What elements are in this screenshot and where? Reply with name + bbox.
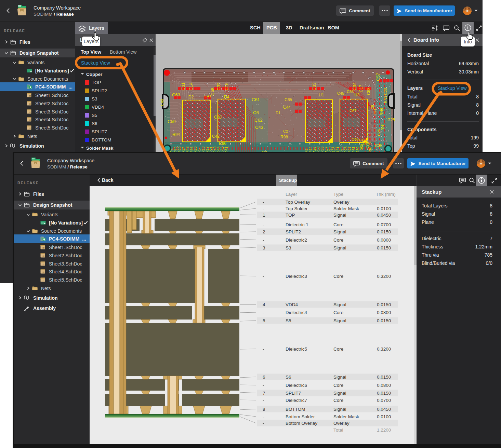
svg-text:6: 6 (263, 375, 265, 380)
svg-text:R94: R94 (172, 132, 180, 137)
svg-text:0.0800: 0.0800 (377, 383, 391, 388)
svg-text:C33: C33 (312, 82, 317, 91)
svg-text:0.0150: 0.0150 (377, 245, 391, 250)
svg-text:Core: Core (333, 310, 343, 315)
svg-text:C67: C67 (350, 109, 356, 113)
svg-text:-: - (263, 206, 264, 211)
svg-text:-: - (263, 421, 264, 426)
svg-text:C47: C47 (359, 138, 366, 142)
svg-text:Signal: Signal (333, 213, 346, 218)
svg-text:Core: Core (333, 398, 343, 403)
svg-text:D4: D4 (224, 95, 229, 99)
svg-text:Overlay: Overlay (333, 421, 350, 426)
svg-text:Signal: Signal (333, 245, 346, 250)
svg-text:-: - (263, 310, 264, 315)
svg-text:0.0700: 0.0700 (377, 398, 391, 403)
svg-text:7: 7 (263, 391, 265, 396)
svg-text:Dielectric2: Dielectric2 (286, 237, 307, 243)
svg-text:C65: C65 (285, 97, 292, 102)
svg-text:1.2200: 1.2200 (377, 427, 391, 433)
svg-text:C31: C31 (181, 82, 186, 91)
svg-text:Core: Core (333, 383, 343, 388)
svg-text:Core: Core (333, 237, 343, 243)
svg-text:C59: C59 (168, 119, 176, 124)
svg-text:-: - (263, 414, 264, 419)
svg-text:C66: C66 (347, 90, 354, 94)
svg-text:Bottom Solder: Bottom Solder (286, 414, 315, 419)
svg-text:-: - (263, 222, 264, 227)
svg-text:D1: D1 (276, 111, 280, 115)
svg-text:Dielectric6: Dielectric6 (286, 383, 307, 388)
svg-text:0.0150: 0.0150 (377, 318, 391, 323)
svg-text:0.0100: 0.0100 (377, 206, 391, 211)
svg-text:8: 8 (263, 407, 265, 412)
svg-text:4: 4 (263, 302, 265, 307)
svg-text:Top Solder: Top Solder (286, 206, 308, 211)
svg-text:U1: U1 (319, 93, 324, 97)
svg-text:Bottom Overlay: Bottom Overlay (286, 421, 317, 426)
svg-text:Dielectric5: Dielectric5 (286, 347, 307, 352)
svg-text:Dielectric3: Dielectric3 (286, 274, 307, 279)
svg-text:C41: C41 (205, 94, 211, 98)
svg-text:1: 1 (263, 213, 265, 218)
svg-text:C44: C44 (283, 105, 291, 110)
svg-text:Signal: Signal (333, 302, 346, 307)
svg-text:C26: C26 (377, 129, 381, 136)
svg-text:Solder Mask: Solder Mask (333, 206, 359, 211)
svg-text:RN2: RN2 (383, 96, 387, 103)
svg-text:0.0100: 0.0100 (377, 414, 391, 419)
svg-text:Core: Core (333, 222, 343, 227)
svg-text:0.0450: 0.0450 (377, 213, 391, 218)
svg-text:Total: Total (333, 427, 343, 433)
svg-text:D2: D2 (188, 95, 194, 99)
svg-text:0.3200: 0.3200 (377, 347, 391, 352)
svg-text:Top Overlay: Top Overlay (286, 200, 310, 205)
svg-text:C32: C32 (216, 82, 221, 91)
svg-text:C57: C57 (375, 73, 381, 81)
svg-text:C8: C8 (371, 105, 374, 109)
svg-text:Dielectric7: Dielectric7 (286, 398, 307, 403)
svg-text:-: - (263, 274, 264, 279)
svg-text:Core: Core (333, 347, 343, 352)
svg-text:R59: R59 (360, 144, 364, 150)
svg-text:Type: Type (333, 192, 343, 197)
svg-text:2: 2 (263, 229, 265, 234)
svg-text:Layer: Layer (286, 192, 297, 197)
svg-text:S5: S5 (286, 318, 291, 323)
svg-text:VDD4: VDD4 (286, 302, 298, 307)
svg-text:0.0800: 0.0800 (377, 237, 391, 243)
svg-text:0.3200: 0.3200 (377, 274, 391, 279)
svg-text:3: 3 (263, 245, 265, 250)
svg-text:-: - (263, 398, 264, 403)
svg-text:Signal: Signal (333, 229, 346, 234)
svg-text:C25: C25 (387, 118, 395, 122)
svg-text:C24: C24 (373, 109, 377, 114)
svg-text:0.0450: 0.0450 (377, 407, 391, 412)
svg-text:Solder Mask: Solder Mask (333, 414, 359, 419)
svg-text:R96: R96 (219, 141, 226, 146)
svg-text:C40: C40 (160, 99, 164, 106)
svg-text:RN3: RN3 (380, 108, 384, 116)
svg-text:0.0150: 0.0150 (377, 302, 391, 307)
svg-text:Overlay: Overlay (333, 200, 350, 205)
svg-text:C45: C45 (337, 91, 344, 95)
svg-text:S3: S3 (286, 245, 291, 250)
svg-text:C62: C62 (254, 118, 263, 123)
svg-text:-: - (263, 383, 264, 388)
svg-text:R98: R98 (280, 135, 288, 139)
svg-text:C46: C46 (352, 137, 358, 141)
svg-text:Dielectric 1: Dielectric 1 (286, 222, 308, 227)
svg-text:C63: C63 (172, 92, 180, 97)
svg-text:SPLIT2: SPLIT2 (286, 229, 301, 234)
svg-text:5: 5 (263, 318, 265, 323)
svg-text:S6: S6 (286, 375, 291, 380)
svg-text:C23: C23 (383, 88, 387, 95)
svg-text:C14: C14 (188, 82, 194, 91)
svg-text:C15: C15 (224, 82, 229, 91)
svg-text:0.0150: 0.0150 (377, 375, 391, 380)
svg-text:C68: C68 (366, 87, 371, 95)
svg-text:-: - (263, 237, 264, 243)
svg-text:C17: C17 (359, 85, 364, 92)
svg-text:U3: U3 (354, 93, 360, 97)
svg-text:Core: Core (333, 274, 343, 279)
